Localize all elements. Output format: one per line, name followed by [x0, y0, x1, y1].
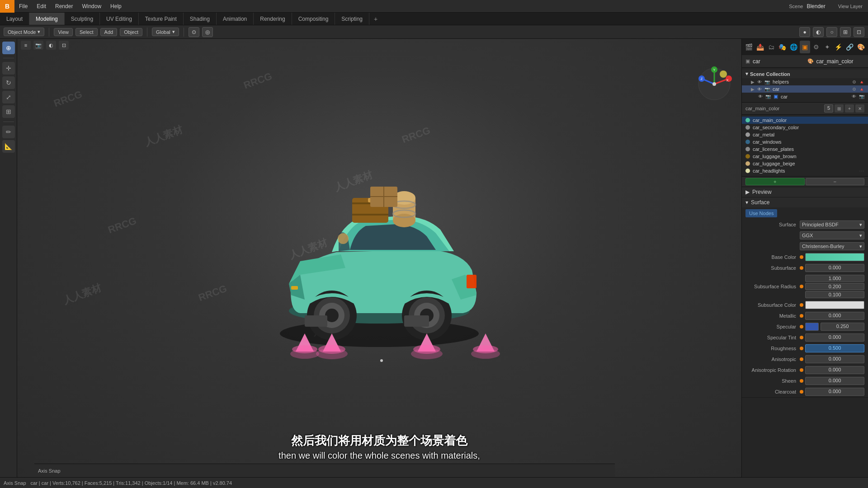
add-workspace-button[interactable]: + [369, 15, 382, 23]
tab-shading[interactable]: Shading [184, 13, 217, 25]
mat-slot-license[interactable]: car_license_plates [742, 145, 868, 153]
surface-type-dropdown[interactable]: Principled BSDF ▾ [800, 221, 864, 229]
mat-browse-btn[interactable]: ⊞ [835, 104, 844, 113]
mat-new-btn[interactable]: + [845, 104, 854, 113]
subsurface-value: 0.000 [800, 264, 864, 272]
tool-transform[interactable]: ⊞ [2, 105, 15, 118]
menu-file[interactable]: File [14, 0, 32, 12]
roughness-input[interactable]: 0.500 [805, 344, 864, 352]
tab-scripting[interactable]: Scripting [335, 13, 369, 25]
viewport-display[interactable]: ⊡ [59, 41, 69, 50]
mat-slot-headlights[interactable]: car_headlights ··· [742, 167, 868, 174]
transform-dropdown[interactable]: Global ▾ [152, 28, 179, 36]
specular-input[interactable]: 0.250 [821, 323, 864, 331]
tab-modeling[interactable]: Modeling [29, 13, 65, 25]
metallic-input[interactable]: 0.000 [805, 312, 864, 320]
viewport-shading-material[interactable]: ◐ [813, 27, 824, 37]
object-mode-dropdown[interactable]: Object Mode ▾ [4, 28, 44, 36]
viewport-shading-rendered[interactable]: ○ [826, 27, 837, 37]
menu-help[interactable]: Help [106, 0, 126, 12]
mat-slot-dot-metal [745, 132, 750, 137]
object-menu[interactable]: Object [120, 28, 142, 36]
subsurface-radius-y[interactable]: 0.200 [805, 283, 864, 290]
preview-header[interactable]: ▶ Preview [742, 187, 868, 197]
clearcoat-input[interactable]: 0.000 [805, 388, 864, 396]
add-material-slot-btn[interactable]: + [745, 178, 805, 185]
props-tab-particles[interactable]: ✦ [822, 41, 833, 53]
car-mesh-render: 📷 [859, 94, 864, 99]
collection-item-car-mesh[interactable]: 👁 📷 ▣ car 👁 📷 [742, 93, 868, 100]
viewport-shading-solid[interactable]: ● [799, 27, 810, 37]
xray-toggle[interactable]: ⊡ [854, 27, 864, 37]
tool-cursor[interactable]: ⊕ [2, 42, 15, 54]
base-color-swatch[interactable] [805, 253, 864, 261]
menu-window[interactable]: Window [77, 0, 106, 12]
subsurface-input[interactable]: 0.000 [805, 264, 864, 272]
sheen-input[interactable]: 0.000 [805, 377, 864, 385]
subsurface-color-swatch[interactable] [805, 301, 864, 309]
tab-sculpting[interactable]: Sculpting [65, 13, 100, 25]
remove-material-slot-btn[interactable]: − [806, 178, 865, 185]
props-tab-view-layer[interactable]: 🗂 [766, 41, 777, 53]
anisotropic-rotation-input[interactable]: 0.000 [805, 366, 864, 374]
props-tab-physics[interactable]: ⚡ [834, 41, 844, 53]
select-menu[interactable]: Select [75, 28, 98, 36]
tab-uv-editing[interactable]: UV Editing [100, 13, 139, 25]
specular-tint-input[interactable]: 0.000 [805, 333, 864, 342]
tab-animation[interactable]: Animation [217, 13, 254, 25]
viewport-camera[interactable]: 📷 [33, 41, 43, 50]
tab-rendering[interactable]: Rendering [254, 13, 292, 25]
collection-item-helpers[interactable]: ▶ 👁 📷 helpers ⚙ 🔺 [742, 78, 868, 85]
viewport-gizmo[interactable]: X Y Z [696, 66, 732, 102]
subsurface-radius-z[interactable]: 0.100 [805, 291, 864, 298]
add-menu[interactable]: Add [100, 28, 118, 36]
mat-slot-main-color[interactable]: car_main_color [742, 117, 868, 124]
tab-texture-paint[interactable]: Texture Paint [139, 13, 184, 25]
distribution-dropdown[interactable]: GGX ▾ [800, 231, 864, 239]
car-collection-arrow: ▶ [751, 87, 755, 92]
props-tab-object[interactable]: ▣ [800, 41, 810, 53]
tool-move[interactable]: ✛ [2, 62, 15, 75]
specular-label: Specular [745, 324, 800, 329]
scene-label: Scene [789, 4, 803, 9]
tool-rotate[interactable]: ↻ [2, 76, 15, 89]
mat-slot-secondary[interactable]: car_secondary_color [742, 124, 868, 131]
mat-slot-luggage-beige[interactable]: car_luggage_beige [742, 160, 868, 167]
props-tab-scene[interactable]: 🎭 [777, 41, 788, 53]
props-tab-output[interactable]: 📤 [755, 41, 765, 53]
preview-section: ▶ Preview [742, 187, 868, 197]
snap-toggle[interactable]: ⊙ [189, 27, 199, 37]
mat-slot-luggage-brown[interactable]: car_luggage_brown [742, 153, 868, 160]
anisotropic-rotation-socket [800, 368, 803, 372]
props-tab-constraints[interactable]: 🔗 [844, 41, 855, 53]
viewport[interactable]: RRCG 人人素材 RRCG 人人素材 RRCG 人人素材 RRCG 人人素材 … [17, 39, 741, 488]
view-menu[interactable]: View [54, 28, 73, 36]
tool-measure[interactable]: 📐 [2, 140, 15, 153]
mat-delete-btn[interactable]: ✕ [855, 104, 864, 113]
props-tab-material[interactable]: 🎨 [856, 41, 866, 53]
overlay-toggle[interactable]: ⊞ [840, 27, 851, 37]
props-tab-world[interactable]: 🌐 [788, 41, 799, 53]
use-nodes-button[interactable]: Use Nodes [745, 209, 777, 217]
props-tab-modifier[interactable]: ⚙ [811, 41, 821, 53]
specular-color-swatch[interactable] [805, 323, 819, 331]
mat-slot-metal[interactable]: car_metal [742, 131, 868, 138]
viewport-render[interactable]: ◐ [46, 41, 56, 50]
surface-header[interactable]: ▾ Surface [742, 197, 868, 207]
menu-edit[interactable]: Edit [32, 0, 51, 12]
subsurface-model-dropdown[interactable]: Christensen-Burley ▾ [800, 242, 864, 250]
menu-render[interactable]: Render [51, 0, 77, 12]
surface-label: Surface [751, 199, 769, 206]
mat-count-badge: 5 [824, 104, 833, 113]
tab-layout[interactable]: Layout [0, 13, 29, 25]
tab-compositing[interactable]: Compositing [292, 13, 335, 25]
mat-slot-windows[interactable]: car_windows [742, 138, 868, 145]
viewport-menu[interactable]: ≡ [21, 41, 31, 50]
collection-item-car[interactable]: ▶ 👁 📷 car ⚙ 🔺 [742, 85, 868, 93]
anisotropic-input[interactable]: 0.000 [805, 355, 864, 363]
subsurface-radius-x[interactable]: 1.000 [805, 275, 864, 282]
tool-scale[interactable]: ⤢ [2, 91, 15, 103]
props-tab-render[interactable]: 🎬 [744, 41, 754, 53]
tool-annotate[interactable]: ✏ [2, 126, 15, 138]
proportional-edit[interactable]: ◎ [202, 27, 213, 37]
